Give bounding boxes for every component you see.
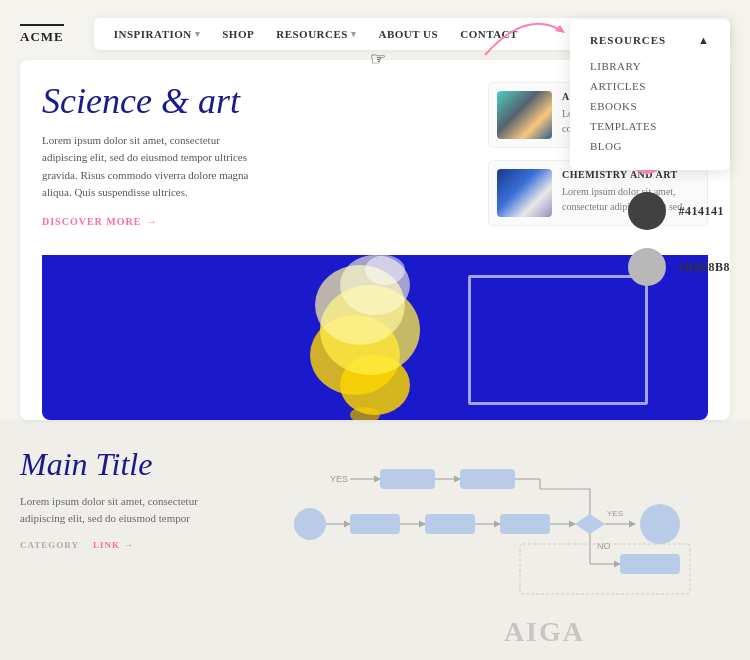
svg-rect-32 — [620, 554, 680, 574]
discover-link[interactable]: DISCOVER MORE → — [42, 216, 468, 227]
nav-item-resources[interactable]: RESOURCES ▾ — [276, 28, 356, 40]
svg-marker-22 — [575, 514, 605, 534]
dropdown-item-articles[interactable]: ARTICLES — [590, 76, 710, 96]
flowchart-svg: YES YES — [240, 454, 730, 604]
resources-dropdown: RESOURCES ▲ LIBRARY ARTICLES EBOOKS TEMP… — [570, 20, 730, 170]
dropdown-item-templates[interactable]: TEMPLATES — [590, 116, 710, 136]
svg-point-14 — [294, 508, 326, 540]
arrow-decoration — [475, 5, 575, 65]
color-swatch-3 — [628, 248, 666, 286]
smoke-visual — [275, 255, 475, 420]
color-hex-3: #B8B8B8 — [678, 260, 730, 275]
main-title: Main Title — [20, 446, 220, 483]
nav-item-inspiration[interactable]: INSPIRATION ▾ — [114, 28, 201, 40]
logo: ACME — [20, 24, 64, 45]
bottom-links: CATEGORY LINK → — [20, 540, 220, 550]
hero-frame — [468, 275, 648, 405]
content-left: Science & art Lorem ipsum dolor sit amet… — [42, 82, 468, 241]
cursor-hand-icon: ☞ — [370, 48, 386, 70]
chevron-up-icon: ▲ — [698, 34, 710, 46]
svg-point-24 — [640, 504, 680, 544]
article-image-0 — [497, 91, 552, 139]
article-image-1 — [497, 169, 552, 217]
bottom-section: Main Title Lorem ipsum dolor sit amet, c… — [0, 428, 750, 618]
chevron-down-icon: ▾ — [351, 29, 357, 39]
arrow-right-icon: → — [146, 216, 157, 227]
svg-rect-12 — [460, 469, 515, 489]
content-body: Lorem ipsum dolor sit amet, consectetur … — [42, 132, 262, 202]
dropdown-item-blog[interactable]: BLOG — [590, 136, 710, 156]
color-item-2: #414141 — [628, 192, 730, 230]
article-thumb-0 — [497, 91, 552, 139]
category-label: CATEGORY — [20, 540, 79, 550]
dropdown-title: RESOURCES ▲ — [590, 34, 710, 46]
hero-background — [42, 255, 708, 420]
svg-point-7 — [365, 255, 405, 285]
svg-rect-10 — [380, 469, 435, 489]
color-item-3: #B8B8B8 — [628, 248, 730, 286]
bottom-body: Lorem ipsum dolor sit amet, consectetur … — [20, 493, 220, 528]
color-hex-2: #414141 — [678, 204, 724, 219]
svg-rect-16 — [350, 514, 400, 534]
svg-rect-18 — [425, 514, 475, 534]
hero-image — [42, 255, 708, 420]
arrow-right-icon: → — [124, 540, 134, 550]
svg-text:YES: YES — [330, 474, 348, 484]
bottom-left: Main Title Lorem ipsum dolor sit amet, c… — [20, 446, 220, 608]
article-thumb-1 — [497, 169, 552, 217]
nav-item-shop[interactable]: SHOP — [222, 28, 254, 40]
svg-text:NO: NO — [597, 541, 611, 551]
color-swatch-2 — [628, 192, 666, 230]
content-heading: Science & art — [42, 82, 468, 122]
watermark: AIGA — [504, 616, 585, 648]
flowchart-area: YES YES — [240, 446, 730, 608]
nav-item-about[interactable]: ABOUT US — [378, 28, 438, 40]
link-label[interactable]: LINK → — [93, 540, 134, 550]
dropdown-item-library[interactable]: LIBRARY — [590, 56, 710, 76]
svg-text:YES: YES — [607, 509, 623, 518]
dropdown-item-ebooks[interactable]: EBOOKS — [590, 96, 710, 116]
chevron-down-icon: ▾ — [195, 29, 201, 39]
svg-rect-20 — [500, 514, 550, 534]
